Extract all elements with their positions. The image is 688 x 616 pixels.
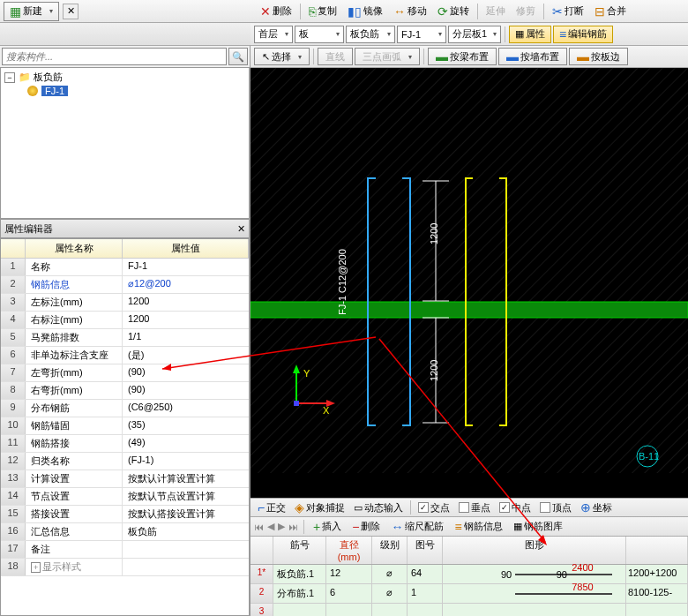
dim-top: 1200 <box>429 223 439 244</box>
coord-button[interactable]: ⊕坐标 <box>577 500 616 515</box>
rotate-button[interactable]: ⟳旋转 <box>433 3 474 20</box>
tree-root[interactable]: − 📁 板负筋 <box>3 70 247 85</box>
rebar-info-button[interactable]: ≡钢筋信息 <box>451 519 505 535</box>
search-button[interactable]: 🔍 <box>228 48 248 65</box>
property-editor-header: 属性编辑器 ✕ <box>0 219 250 238</box>
prop-row[interactable]: 14节点设置按默认节点设置计算 <box>1 488 249 506</box>
prop-row[interactable]: 2钢筋信息⌀12@200 <box>1 276 249 294</box>
svg-text:Y: Y <box>303 368 310 379</box>
subcategory-dropdown[interactable]: 板负筋▾ <box>346 26 395 43</box>
prop-row[interactable]: 11钢筋搭接(49) <box>1 435 249 453</box>
col-dia: 直径(mm) <box>326 537 372 564</box>
new-button[interactable]: ▦新建▾ <box>4 2 59 21</box>
col-code: 筋号 <box>273 537 326 564</box>
dyn-input-toggle[interactable]: ▭动态输入 <box>350 500 407 515</box>
select-button[interactable]: ↖选择▾ <box>254 48 310 65</box>
tree-root-label: 板负筋 <box>34 71 63 84</box>
svg-rect-3 <box>251 302 688 318</box>
top-snap[interactable]: 顶点 <box>536 500 575 515</box>
cross-snap[interactable]: ✓交点 <box>415 500 453 515</box>
tree-child-label: FJ-1 <box>41 86 68 96</box>
prop-row[interactable]: 6非单边标注含支座(是) <box>1 347 249 364</box>
category-dropdown[interactable]: 板▾ <box>295 26 344 43</box>
collapse-icon[interactable]: − <box>4 72 15 83</box>
osnap-toggle[interactable]: ◈对象捕捉 <box>291 500 348 515</box>
move-button[interactable]: ↔移动 <box>389 3 431 20</box>
copy-button[interactable]: ⎘复制 <box>304 3 341 20</box>
ortho-toggle[interactable]: ⌐正交 <box>254 500 289 515</box>
prop-row[interactable]: 16汇总信息板负筋 <box>1 523 249 541</box>
line-button[interactable]: 直线 <box>318 48 353 65</box>
attribute-button[interactable]: ▦属性 <box>509 26 551 43</box>
component-tree[interactable]: − 📁 板负筋 FJ-1 <box>0 67 250 219</box>
prop-row[interactable]: 8右弯折(mm)(90) <box>1 382 249 400</box>
mirror-button[interactable]: ▮▯镜像 <box>343 3 387 20</box>
merge-button[interactable]: ⊟合并 <box>590 3 631 20</box>
col-shape: 图形 <box>443 537 626 564</box>
search-input[interactable] <box>2 48 227 65</box>
prop-row[interactable]: 5马凳筋排数1/1 <box>1 329 249 347</box>
property-grid[interactable]: 属性名称 属性值 1名称FJ-12钢筋信息⌀12@2003左标注(mm)1200… <box>0 238 250 616</box>
scale-button[interactable]: ↔缩尺配筋 <box>387 519 447 535</box>
table-row[interactable]: 1*板负筋.112⌀64902400901200+1200 <box>251 565 688 584</box>
col-fig: 图号 <box>408 537 443 564</box>
delete-button[interactable]: ✕删除 <box>256 3 296 20</box>
close-icon[interactable]: ✕ <box>237 223 245 235</box>
tree-child[interactable]: FJ-1 <box>26 85 247 97</box>
result-table[interactable]: 筋号 直径(mm) 级别 图号 图形 1*板负筋.112⌀64902400901… <box>251 537 688 616</box>
floor-dropdown[interactable]: 首层▾ <box>254 26 293 43</box>
delete-row-button[interactable]: −删除 <box>348 519 384 535</box>
mid-snap[interactable]: ✓中点 <box>496 500 535 515</box>
prop-row[interactable]: 12归类名称(FJ-1) <box>1 453 249 470</box>
dim-bot: 1200 <box>429 360 439 381</box>
svg-text:X: X <box>323 405 330 416</box>
nav-last-icon[interactable]: ⏭ <box>288 522 298 532</box>
svg-rect-14 <box>294 401 299 406</box>
prop-row[interactable]: 15搭接设置按默认搭接设置计算 <box>1 506 249 523</box>
arc-button[interactable]: 三点画弧▾ <box>355 48 420 65</box>
drawing-canvas[interactable]: 1200 1200 FJ-1 C12@200 Y X B-11 <box>251 68 688 498</box>
by-board-button[interactable]: ▬按板边 <box>569 48 628 65</box>
component-icon <box>27 86 38 96</box>
prop-head-val: 属性值 <box>123 239 249 258</box>
by-beam-button[interactable]: ▬按梁布置 <box>428 48 497 65</box>
prop-row[interactable]: 18+显示样式 <box>1 559 249 576</box>
nav-first-icon[interactable]: ⏮ <box>254 522 264 532</box>
by-wall-button[interactable]: ▬按墙布置 <box>498 48 567 65</box>
prop-row[interactable]: 7左弯折(mm)(90) <box>1 364 249 382</box>
break-button[interactable]: ✂打断 <box>548 3 588 20</box>
prop-row[interactable]: 9分布钢筋(C6@250) <box>1 400 249 417</box>
prop-row[interactable]: 10钢筋锚固(35) <box>1 417 249 435</box>
rebar-lib-button[interactable]: ▦钢筋图库 <box>510 519 566 534</box>
close-icon[interactable]: ✕ <box>63 4 79 19</box>
prop-head-name: 属性名称 <box>26 239 123 258</box>
prop-row[interactable]: 1名称FJ-1 <box>1 259 249 276</box>
insert-button[interactable]: +插入 <box>310 519 345 535</box>
table-row[interactable]: 2分布筋.16⌀178508100-125- <box>251 584 688 604</box>
edit-rebar-button[interactable]: ≡编辑钢筋 <box>553 26 613 43</box>
prop-row[interactable]: 17备注 <box>1 541 249 559</box>
extend-button[interactable]: 延伸 <box>482 3 510 19</box>
prop-row[interactable]: 4右标注(mm)1200 <box>1 312 249 329</box>
nav-next-icon[interactable]: ▶ <box>278 521 285 532</box>
callout: FJ-1 C12@200 <box>337 249 348 315</box>
table-row[interactable]: 3 <box>251 604 688 616</box>
layer-dropdown[interactable]: 分层板1▾ <box>448 26 501 43</box>
trim-button[interactable]: 修剪 <box>512 3 540 19</box>
col-level: 级别 <box>372 537 408 564</box>
prop-row[interactable]: 3左标注(mm)1200 <box>1 294 249 312</box>
perp-snap[interactable]: 垂点 <box>455 500 494 515</box>
nav-prev-icon[interactable]: ◀ <box>267 521 274 532</box>
svg-rect-2 <box>251 68 688 473</box>
item-dropdown[interactable]: FJ-1▾ <box>397 26 446 43</box>
grid-label: B-11 <box>639 451 659 462</box>
prop-row[interactable]: 13计算设置按默认计算设置计算 <box>1 470 249 488</box>
